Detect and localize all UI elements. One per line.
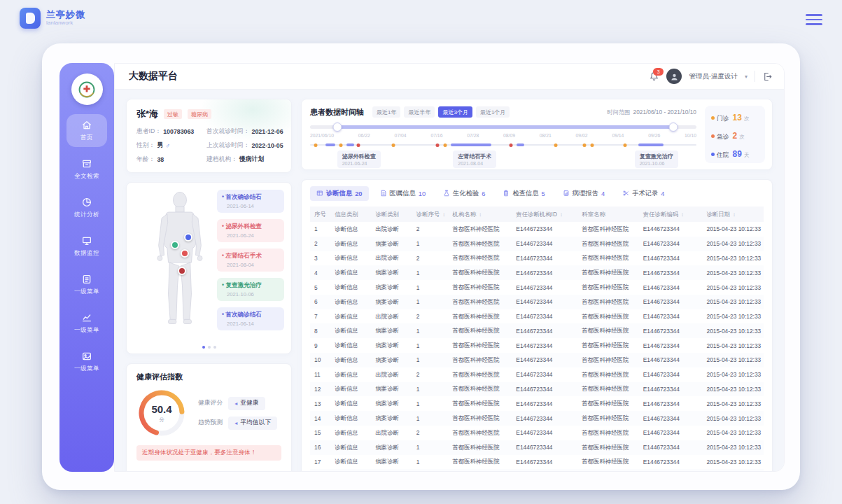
inpatient-event-segment[interactable] (451, 144, 491, 146)
body-annotation[interactable]: • 泌尿外科检查2021-06-24 (217, 219, 284, 242)
visit-event-dot[interactable] (554, 144, 557, 147)
table-row[interactable]: 14诊断信息病案诊断1首都医科神经医院E1446723344首都医科神经医院E1… (310, 411, 764, 426)
body-annotation[interactable]: • 左肾结石手术2021-08-04 (217, 248, 284, 272)
visit-event-dot[interactable] (436, 144, 440, 147)
table-row[interactable]: 18诊断信息病案诊断1首都医科神经医院E1446723344首都医科神经医院E1… (310, 469, 764, 471)
tab-诊断信息[interactable]: 诊断信息20 (310, 186, 369, 201)
visit-event-dot[interactable] (582, 144, 586, 147)
visit-event-dot[interactable] (623, 144, 626, 147)
notifications-button[interactable]: 3 (649, 71, 659, 82)
table-row[interactable]: 2诊断信息病案诊断1首都医科神经医院E1446723344首都医科神经医院E14… (310, 237, 764, 251)
timeline-event-tooltip[interactable]: 复查激光治疗2021-10-06 (635, 150, 678, 168)
visit-event-dot[interactable] (357, 144, 360, 147)
inpatient-event-segment[interactable] (517, 144, 524, 146)
timeline-filter-button[interactable]: 最近1个月 (476, 106, 510, 118)
table-row[interactable]: 6诊断信息病案诊断1首都医科神经医院E1446723344首都医科神经医院E14… (310, 295, 764, 309)
inpatient-event-segment[interactable] (346, 144, 354, 146)
column-header[interactable]: 责任诊断机构ID ↕ (512, 206, 577, 222)
sidebar-item-menu-2[interactable]: 一级菜单 (66, 307, 107, 340)
body-marker-dot[interactable] (171, 241, 179, 249)
slider-selection[interactable] (337, 125, 673, 129)
body-annotation[interactable]: • 复查激光治疗2021-10-06 (217, 278, 284, 301)
tab-医嘱信息[interactable]: 医嘱信息10 (374, 186, 433, 201)
table-cell: 2 (412, 426, 449, 440)
timeline-event-tooltip[interactable]: 左肾结石手术2021-08-04 (453, 150, 496, 168)
table-cell: 病案诊断 (371, 323, 412, 338)
table-row[interactable]: 10诊断信息病案诊断1首都医科神经医院E1446723344首都医科神经医院E1… (310, 353, 764, 368)
image-icon (81, 351, 92, 362)
logout-icon (762, 71, 773, 82)
table-cell: 首都医科神经医院 (577, 251, 638, 266)
visit-event-dot[interactable] (314, 144, 318, 147)
logout-button[interactable] (762, 71, 773, 82)
table-row[interactable]: 7诊断信息出院诊断2首都医科神经医院E1446723344首都医科神经医院E14… (310, 309, 764, 324)
inpatient-event-segment[interactable] (325, 144, 335, 146)
body-annotation[interactable]: • 首次确诊结石2021-06-14 (217, 307, 284, 330)
user-menu[interactable]: 管理员·温度设计 (689, 72, 738, 81)
table-row[interactable]: 3诊断信息出院诊断2首都医科神经医院E1446723344首都医科神经医院E14… (310, 251, 764, 266)
table-row[interactable]: 9诊断信息病案诊断1首都医科神经医院E1446723344首都医科神经医院E14… (310, 338, 764, 353)
table-cell: E1446723344 (512, 469, 577, 471)
sidebar-item-menu-3[interactable]: 一级菜单 (66, 345, 107, 378)
table-cell: 首都医科神经医院 (449, 280, 512, 295)
hamburger-menu-icon[interactable] (806, 14, 822, 25)
table-cell: E1446723344 (512, 368, 577, 382)
table-row[interactable]: 17诊断信息病案诊断1首都医科神经医院E1446723344首都医科神经医院E1… (310, 455, 764, 470)
visit-event-dot[interactable] (590, 144, 594, 147)
table-cell: 2015-04-23 10:12:33 (702, 265, 764, 280)
sort-icon[interactable]: ↕ (681, 212, 684, 217)
column-header[interactable]: 诊断日期 ↕ (702, 206, 764, 222)
pager-dot[interactable] (208, 346, 211, 349)
table-row[interactable]: 8诊断信息病案诊断1首都医科神经医院E1446723344首都医科神经医院E14… (310, 323, 764, 338)
table-row[interactable]: 5诊断信息病案诊断1首都医科神经医院E1446723344首都医科神经医院E14… (310, 280, 764, 295)
sort-icon[interactable]: ↕ (479, 212, 482, 217)
body-annotation[interactable]: • 首次确诊结石2021-06-14 (217, 190, 284, 213)
table-cell: 1 (310, 222, 330, 237)
timeline-filter-button[interactable]: 最近1年 (372, 106, 400, 118)
column-header[interactable]: 责任诊断编码 ↕ (639, 206, 703, 222)
inpatient-event-segment[interactable] (638, 144, 664, 146)
visit-event-dot[interactable] (391, 144, 395, 147)
tab-生化检验[interactable]: 生化检验6 (437, 186, 491, 201)
column-header: 信息类别 (330, 206, 371, 222)
sidebar-item-stats[interactable]: 统计分析 (66, 191, 107, 224)
table-row[interactable]: 11诊断信息出院诊断2首都医科神经医院E1446723344首都医科神经医院E1… (310, 368, 764, 382)
sidebar-item-monitor[interactable]: 数据监控 (66, 230, 107, 262)
timeline-filter-button[interactable]: 最近3个月 (438, 106, 472, 118)
table-cell: E1446723344 (512, 222, 577, 237)
table-row[interactable]: 15诊断信息出院诊断2首都医科神经医院E1446723344首都医科神经医院E1… (310, 426, 764, 440)
sidebar-item-home[interactable]: 首页 (66, 114, 107, 147)
table-row[interactable]: 4诊断信息病案诊断1首都医科神经医院E1446723344首都医科神经医院E14… (310, 265, 764, 280)
sort-icon[interactable]: ↕ (443, 212, 446, 217)
timeline-event-tooltip[interactable]: 泌尿外科检查2021-06-24 (337, 150, 381, 168)
column-header[interactable]: 诊断序号 ↕ (412, 206, 449, 222)
tab-检查信息[interactable]: 检查信息5 (496, 186, 551, 201)
tab-手术记录[interactable]: 手术记录4 (616, 186, 671, 201)
table-cell: 出院诊断 (371, 251, 412, 266)
slider-handle-right[interactable] (668, 122, 678, 132)
chevron-down-icon[interactable]: ▾ (745, 74, 748, 80)
visit-event-dot[interactable] (339, 144, 343, 147)
table-row[interactable]: 13诊断信息病案诊断1首都医科神经医院E1446723344首都医科神经医院E1… (310, 396, 764, 411)
avatar[interactable] (666, 69, 682, 84)
column-header[interactable]: 机构名称 ↕ (449, 206, 512, 222)
hospital-logo (71, 74, 103, 105)
timeline-slider[interactable] (310, 123, 696, 130)
table-row[interactable]: 1诊断信息出院诊断2首都医科神经医院E1446723344首都医科神经医院E14… (310, 222, 764, 237)
sort-icon[interactable]: ↕ (560, 212, 563, 217)
table-cell: 首都医科神经医院 (449, 353, 512, 368)
tab-病理报告[interactable]: 病理报告4 (556, 186, 611, 201)
pager-dot[interactable] (213, 346, 216, 349)
slider-handle-left[interactable] (332, 122, 342, 132)
sidebar-item-search[interactable]: 全文检索 (66, 153, 107, 186)
visit-event-dot[interactable] (444, 144, 447, 147)
visit-event-dot[interactable] (510, 144, 513, 147)
timeline-filter-button[interactable]: 最近半年 (404, 106, 435, 118)
sort-icon[interactable]: ↕ (733, 212, 736, 217)
table-cell: 4 (310, 265, 330, 280)
sidebar-item-menu-1[interactable]: 一级菜单 (66, 268, 107, 301)
table-cell: 诊断信息 (330, 426, 371, 440)
table-row[interactable]: 12诊断信息病案诊断1首都医科神经医院E1446723344首都医科神经医院E1… (310, 382, 764, 397)
pager-dot[interactable] (202, 346, 205, 349)
table-row[interactable]: 16诊断信息病案诊断1首都医科神经医院E1446723344首都医科神经医院E1… (310, 440, 764, 455)
